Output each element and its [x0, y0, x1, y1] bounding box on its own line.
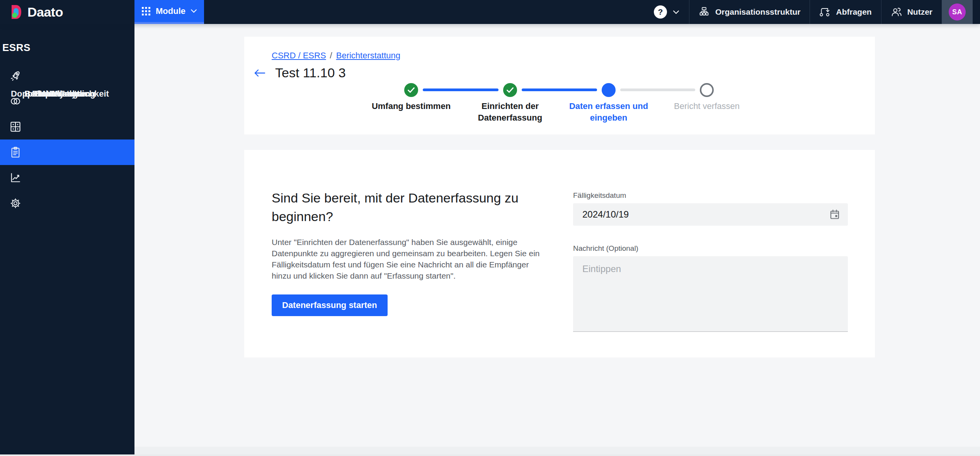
step-circle-bericht-verfassen[interactable]: [700, 83, 714, 97]
stepper-connector: [620, 88, 695, 91]
logo-text: Daato: [27, 5, 63, 20]
grid-icon: [142, 7, 150, 15]
module-button-label: Module: [156, 6, 185, 16]
nav-item-label: Organisationsstruktur: [715, 7, 801, 17]
module-button[interactable]: Module: [134, 0, 204, 24]
rocket-icon: [10, 70, 21, 82]
sidebar-item-roter-faden[interactable]: Roter Faden: [0, 63, 134, 88]
help-icon: ?: [654, 5, 667, 19]
avatar-initials: SA: [949, 3, 966, 20]
main-content: CSRD / ESRS / Berichterstattung Test 11.…: [134, 24, 980, 456]
stepper-connector: [423, 88, 499, 91]
nav-item-organisationsstruktur[interactable]: Organisationsstruktur: [689, 0, 810, 24]
app-logo: Daato: [0, 0, 134, 24]
help-button[interactable]: ?: [644, 0, 689, 24]
step-circle-umfang-bestimmen[interactable]: [404, 83, 418, 97]
step-label[interactable]: Umfang bestimmen: [361, 100, 461, 112]
chevron-down-icon: [673, 10, 679, 14]
card-description: Unter "Einrichten der Datenerfassung" ha…: [272, 237, 542, 281]
stepper-connector: [522, 88, 597, 91]
due-date-input[interactable]: [573, 203, 848, 226]
due-date-label: Fälligkeitsdatum: [573, 191, 848, 200]
step-circle-einrichten[interactable]: [503, 83, 517, 97]
step-label[interactable]: Bericht verfassen: [657, 100, 757, 112]
navbar-right: ? Organisationsstruktur: [644, 0, 980, 24]
form-column: Fälligkeitsdatum Nachricht (Optional): [573, 191, 848, 333]
check-icon: [407, 87, 415, 93]
sidebar-item-label: Einstellungen: [10, 88, 110, 100]
clipboard-icon: [10, 146, 21, 158]
data-collection-card: Sind Sie bereit, mit der Datenerfassung …: [244, 150, 875, 357]
user-avatar[interactable]: SA: [942, 0, 973, 24]
nav-item-label: Nutzer: [907, 7, 932, 17]
horizontal-scrollbar[interactable]: [0, 454, 980, 456]
sidebar-item-berichterstattung[interactable]: Berichterstattung: [0, 140, 134, 165]
wizard-header-card: CSRD / ESRS / Berichterstattung Test 11.…: [244, 37, 875, 134]
step-label[interactable]: Daten erfassen und eingeben: [558, 100, 659, 124]
message-label: Nachricht (Optional): [573, 244, 848, 253]
step-label[interactable]: Einrichten der Datenerfassung: [460, 100, 560, 124]
due-date-field-wrap: [573, 203, 848, 226]
sidebar-item-einstellungen[interactable]: Einstellungen: [0, 191, 134, 216]
navbar-spacer: [973, 0, 980, 24]
calendar-icon[interactable]: [829, 209, 840, 220]
nav-item-label: Abfragen: [836, 7, 871, 17]
logo-mark-icon: [10, 5, 22, 19]
gear-icon: [10, 197, 21, 209]
nav-item-nutzer[interactable]: Nutzer: [881, 0, 942, 24]
line-chart-icon: [10, 172, 21, 184]
wizard-stepper: Umfang bestimmen Einrichten der Datenerf…: [244, 37, 875, 134]
nav-item-abfragen[interactable]: Abfragen: [810, 0, 881, 24]
sidebar-section-title: ESRS: [0, 24, 134, 63]
intro-column: Sind Sie bereit, mit der Datenerfassung …: [272, 189, 542, 316]
message-textarea[interactable]: [573, 256, 848, 332]
users-icon: [891, 6, 902, 18]
quadrant-icon: [10, 121, 21, 133]
sidebar-item-gap-analyse[interactable]: Gap-Analyse: [0, 114, 134, 140]
sidebar: ESRS Roter Faden Doppelte Wesentlichkeit: [0, 24, 134, 456]
chevron-down-icon: [191, 9, 197, 13]
sidebar-item-analysen[interactable]: Analysen: [0, 165, 134, 191]
org-chart-icon: [699, 6, 710, 18]
top-navbar: Daato Module ?: [0, 0, 980, 24]
check-icon: [506, 87, 514, 93]
start-data-collection-button[interactable]: Datenerfassung starten: [272, 294, 388, 316]
step-circle-daten-erfassen[interactable]: [602, 83, 616, 97]
flow-icon: [819, 6, 831, 18]
card-heading: Sind Sie bereit, mit der Datenerfassung …: [272, 189, 542, 226]
